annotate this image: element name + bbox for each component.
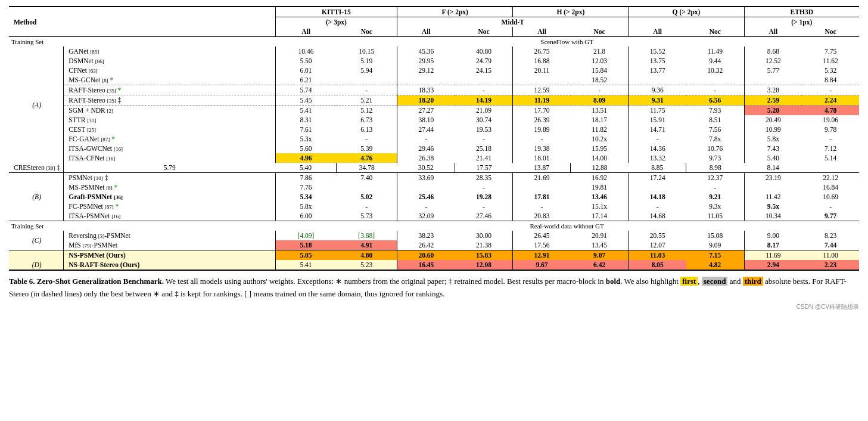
third-highlight: third: [743, 277, 763, 286]
h-header: H (> 2px): [513, 7, 629, 17]
section-b-label: (B): [9, 173, 64, 221]
cfnet-k-all: 6.01: [275, 66, 336, 75]
fcpsmnet-e-noc: -: [802, 202, 859, 211]
results-table: Method KITTI-15 F (> 2px) H (> 2px) Q (>…: [9, 6, 859, 271]
e-noc: Noc: [802, 27, 859, 37]
graftpsmnet-h-noc: 13.46: [571, 192, 629, 202]
itsapsmnet-q-all: 14.68: [629, 211, 686, 221]
f-all: All: [397, 27, 455, 37]
raftstereo35b-e-noc: 2.24: [802, 95, 859, 106]
itsapsmnet-f-noc: 27.46: [455, 211, 513, 221]
nsraftstereo-e-noc: 2.23: [802, 260, 859, 270]
cest-q-noc: 7.56: [686, 125, 744, 134]
cest-q-all: 14.71: [629, 125, 686, 134]
raftstereo35b-q-noc: 6.56: [686, 95, 744, 106]
q-all: All: [629, 27, 686, 37]
sttr-k-noc: 6.73: [336, 115, 397, 125]
fcpsmnet-k-noc: -: [336, 202, 397, 211]
sttr-q-all: 15.91: [629, 115, 686, 125]
kitti15-sub: (> 3px): [275, 17, 397, 27]
h-noc: Noc: [571, 27, 629, 37]
cfnet-q-noc: 10.32: [686, 66, 744, 75]
crestereo-f-all: 34.78: [336, 163, 397, 173]
raftstereo35-h-all: 12.59: [513, 85, 571, 95]
realworld-label: Real-world data without GT: [275, 221, 859, 231]
dsmnet-q-all: 13.75: [629, 56, 686, 66]
ganet-method: GANet [85]: [64, 47, 275, 56]
crestereo-e-noc: 8.14: [744, 163, 802, 173]
reversing-k-all: [4.09]: [275, 231, 336, 240]
cest-e-all: 10.99: [744, 125, 802, 134]
dsmnet-e-all: 12.52: [744, 56, 802, 66]
mfs-method: MfS [79]-PSMNet: [64, 240, 275, 250]
mfs-q-noc: 9.09: [686, 240, 744, 250]
psmnet-h-noc: 16.92: [571, 173, 629, 183]
mspsmnet-k-all: 7.76: [275, 182, 336, 192]
mspsmnet-e-all: [744, 182, 802, 192]
fcganet-method: FC-GANet [87] *: [64, 134, 275, 144]
raftstereo35-f-all: 18.33: [397, 85, 455, 95]
crestereo-e-all: 8.98: [686, 163, 744, 173]
mfs-h-noc: 13.45: [571, 240, 629, 250]
training-set-b-label: Training Set: [9, 221, 275, 231]
nspsmnet-e-noc: 11.00: [802, 250, 859, 261]
nsraftstereo-f-all: 16.45: [397, 260, 455, 270]
mfs-e-all: 8.17: [744, 240, 802, 250]
ganet-h-all: 26.75: [513, 47, 571, 56]
raftstereo35-method: RAFT-Stereo [35] *: [64, 85, 275, 95]
graftpsmnet-method: Graft-PSMNet [36]: [64, 192, 275, 202]
itsagwcnet-e-all: 7.43: [744, 144, 802, 153]
kitti15-header: KITTI-15: [275, 7, 397, 17]
dsmnet-f-all: 29.95: [397, 56, 455, 66]
nspsmnet-q-noc: 7.15: [686, 250, 744, 261]
reversing-e-noc: 8.23: [802, 231, 859, 240]
ganet-f-noc: 40.80: [455, 47, 513, 56]
psmnet-method: PSMNet [10] ‡: [64, 173, 275, 183]
itsacfnet-f-noc: 21.41: [455, 153, 513, 163]
nspsmnet-h-all: 12.91: [513, 250, 571, 261]
f-header: F (> 2px): [397, 7, 513, 17]
watermark: CSDN @CV科研随想录: [9, 303, 859, 311]
itsapsmnet-q-noc: 11.05: [686, 211, 744, 221]
itsacfnet-e-all: 5.40: [744, 153, 802, 163]
psmnet-k-noc: 7.40: [336, 173, 397, 183]
section-d-label: (D): [9, 260, 64, 270]
mspsmnet-q-all: [629, 182, 686, 192]
nsraftstereo-k-all: 5.41: [275, 260, 336, 270]
nsraftstereo-h-all: 9.67: [513, 260, 571, 270]
fcpsmnet-q-noc: 9.3x: [686, 202, 744, 211]
reversing-method: Reversing [3]-PSMNet: [64, 231, 275, 240]
cfnet-h-noc: 15.84: [571, 66, 629, 75]
psmnet-f-noc: 28.35: [455, 173, 513, 183]
mspsmnet-h-noc: 19.81: [571, 182, 629, 192]
raftstereo35b-f-all: 18.20: [397, 95, 455, 106]
table-number: Table 6.: [9, 277, 35, 286]
sgmndr-f-noc: 21.09: [455, 106, 513, 116]
sttr-h-noc: 18.17: [571, 115, 629, 125]
fcpsmnet-q-all: -: [629, 202, 686, 211]
reversing-q-noc: 15.08: [686, 231, 744, 240]
sttr-method: STTR [31]: [64, 115, 275, 125]
crestereo-h-noc: 13.87: [513, 163, 571, 173]
itsacfnet-k-noc: 4.76: [336, 153, 397, 163]
psmnet-e-noc: 22.12: [802, 173, 859, 183]
fcganet-q-all: -: [629, 134, 686, 144]
section-c-label: (C): [9, 231, 64, 250]
itsagwcnet-e-noc: 7.12: [802, 144, 859, 153]
sgmndr-method: SGM + NDR [2]: [64, 106, 275, 116]
itsagwcnet-h-all: 19.38: [513, 144, 571, 153]
cfnet-h-all: 20.11: [513, 66, 571, 75]
psmnet-e-all: 23.19: [744, 173, 802, 183]
dsmnet-k-all: 5.50: [275, 56, 336, 66]
cfnet-method: CFNet [63]: [64, 66, 275, 75]
graftpsmnet-h-all: 17.81: [513, 192, 571, 202]
table-caption: Table 6. Zero-Shot Generalization Benchm…: [9, 275, 859, 301]
reversing-h-all: 26.45: [513, 231, 571, 240]
raftstereo35b-k-all: 5.45: [275, 95, 336, 106]
fcpsmnet-f-noc: -: [455, 202, 513, 211]
sgmndr-e-noc: 4.78: [802, 106, 859, 116]
sttr-q-noc: 8.51: [686, 115, 744, 125]
raftstereo35b-e-all: 2.59: [744, 95, 802, 106]
second-highlight: second: [702, 277, 728, 286]
msgcnet-q-all: [629, 75, 686, 85]
